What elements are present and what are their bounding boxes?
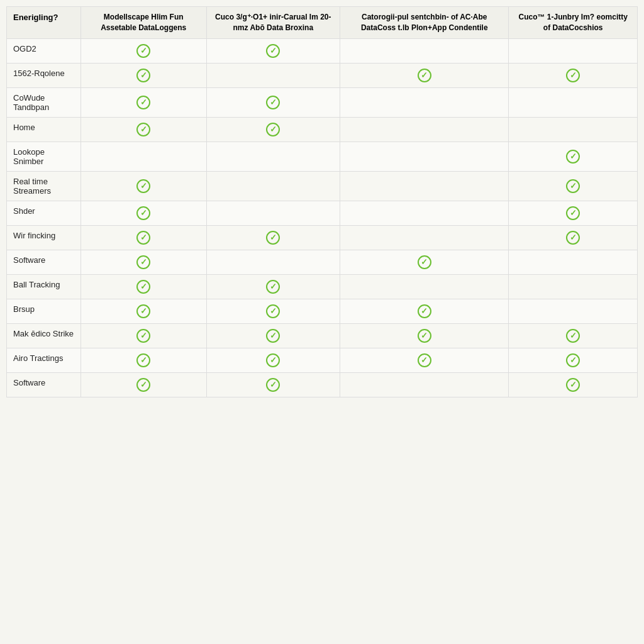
check-cell-r12-c1	[206, 348, 340, 372]
check-cell-r1-c2	[340, 63, 509, 87]
check-cell-r11-c3	[509, 323, 638, 348]
check-cell-r0-c2	[340, 38, 509, 63]
check-cell-r1-c3	[509, 63, 638, 87]
check-icon	[566, 150, 580, 164]
feature-name-cell: Lookope Snimber	[7, 142, 81, 171]
comparison-table: Enerigling? Modellscape Hlim Fun Assetab…	[6, 6, 638, 397]
check-cell-r4-c3	[509, 142, 638, 171]
check-cell-r3-c2	[340, 117, 509, 142]
check-icon	[136, 353, 150, 367]
check-cell-r1-c1	[206, 63, 340, 87]
check-cell-r6-c3	[509, 201, 638, 225]
check-cell-r13-c3	[509, 372, 638, 397]
check-cell-r10-c1	[206, 299, 340, 323]
check-cell-r9-c3	[509, 274, 638, 299]
table-row: Software	[7, 250, 638, 274]
check-cell-r8-c2	[340, 250, 509, 274]
check-icon	[566, 378, 580, 392]
feature-name-cell: Shder	[7, 201, 81, 225]
check-cell-r0-c3	[509, 38, 638, 63]
table-row: Mak ēdico Strike	[7, 323, 638, 348]
check-cell-r9-c2	[340, 274, 509, 299]
check-icon	[266, 280, 280, 294]
check-icon	[136, 44, 150, 58]
check-icon	[418, 255, 431, 269]
check-cell-r5-c3	[509, 171, 638, 201]
feature-name-cell: Real time Streamers	[7, 171, 81, 201]
check-cell-r10-c0	[80, 299, 206, 323]
check-cell-r7-c3	[509, 225, 638, 250]
check-icon	[136, 69, 150, 82]
check-cell-r4-c2	[340, 142, 509, 171]
check-icon	[266, 123, 280, 136]
feature-name-cell: Software	[7, 250, 81, 274]
check-icon	[136, 123, 150, 136]
feature-name-cell: CoWude Tandbpan	[7, 87, 81, 117]
table-row: CoWude Tandbpan	[7, 87, 638, 117]
check-cell-r9-c0	[80, 274, 206, 299]
check-cell-r4-c1	[206, 142, 340, 171]
check-cell-r5-c0	[80, 171, 206, 201]
table-row: Shder	[7, 201, 638, 225]
feature-name-cell: Wir fincking	[7, 225, 81, 250]
check-icon	[566, 231, 580, 245]
check-cell-r10-c2	[340, 299, 509, 323]
check-icon	[136, 96, 150, 109]
check-cell-r11-c2	[340, 323, 509, 348]
check-icon	[136, 206, 150, 220]
check-icon	[566, 206, 580, 220]
check-cell-r11-c1	[206, 323, 340, 348]
check-cell-r8-c0	[80, 250, 206, 274]
feature-name-cell: Mak ēdico Strike	[7, 323, 81, 348]
check-icon	[266, 44, 280, 58]
check-cell-r2-c0	[80, 87, 206, 117]
check-cell-r0-c1	[206, 38, 340, 63]
check-icon	[566, 179, 580, 193]
check-cell-r13-c0	[80, 372, 206, 397]
table-row: Brsup	[7, 299, 638, 323]
check-cell-r3-c1	[206, 117, 340, 142]
check-cell-r6-c1	[206, 201, 340, 225]
check-icon	[418, 329, 431, 343]
check-cell-r2-c1	[206, 87, 340, 117]
header-col1: Modellscape Hlim Fun Assetable DataLogge…	[80, 7, 206, 39]
check-icon	[418, 69, 431, 82]
check-icon	[266, 231, 280, 245]
check-icon	[418, 353, 431, 367]
table-row: Airo Tractings	[7, 348, 638, 372]
check-icon	[418, 304, 431, 318]
check-cell-r5-c1	[206, 171, 340, 201]
check-cell-r12-c3	[509, 348, 638, 372]
check-cell-r3-c0	[80, 117, 206, 142]
check-cell-r5-c2	[340, 171, 509, 201]
table-row: Lookope Snimber	[7, 142, 638, 171]
check-icon	[266, 304, 280, 318]
check-icon	[136, 179, 150, 193]
check-cell-r13-c2	[340, 372, 509, 397]
check-cell-r10-c3	[509, 299, 638, 323]
table-row: Ball Tracking	[7, 274, 638, 299]
check-icon	[136, 304, 150, 318]
check-cell-r8-c3	[509, 250, 638, 274]
table-row: OGD2	[7, 38, 638, 63]
table-body: OGD21562-RqoleneCoWude TandbpanHomeLooko…	[7, 38, 638, 397]
feature-name-cell: Brsup	[7, 299, 81, 323]
check-icon	[136, 280, 150, 294]
check-icon	[266, 353, 280, 367]
check-cell-r8-c1	[206, 250, 340, 274]
check-cell-r7-c2	[340, 225, 509, 250]
check-icon	[566, 353, 580, 367]
feature-name-cell: 1562-Rqolene	[7, 63, 81, 87]
check-icon	[266, 378, 280, 392]
header-col2: Cuco 3/g⁺·O1+ inir-Carual Im 20-nmz Abō …	[206, 7, 340, 39]
check-cell-r6-c0	[80, 201, 206, 225]
check-icon	[566, 329, 580, 343]
check-cell-r3-c3	[509, 117, 638, 142]
check-icon	[136, 329, 150, 343]
header-feature: Enerigling?	[7, 7, 81, 39]
table-row: 1562-Rqolene	[7, 63, 638, 87]
feature-name-cell: Software	[7, 372, 81, 397]
header-col3: Catorogii-pul sentchbin- of AC·Abe DataC…	[340, 7, 509, 39]
check-icon	[266, 96, 280, 109]
check-cell-r12-c0	[80, 348, 206, 372]
